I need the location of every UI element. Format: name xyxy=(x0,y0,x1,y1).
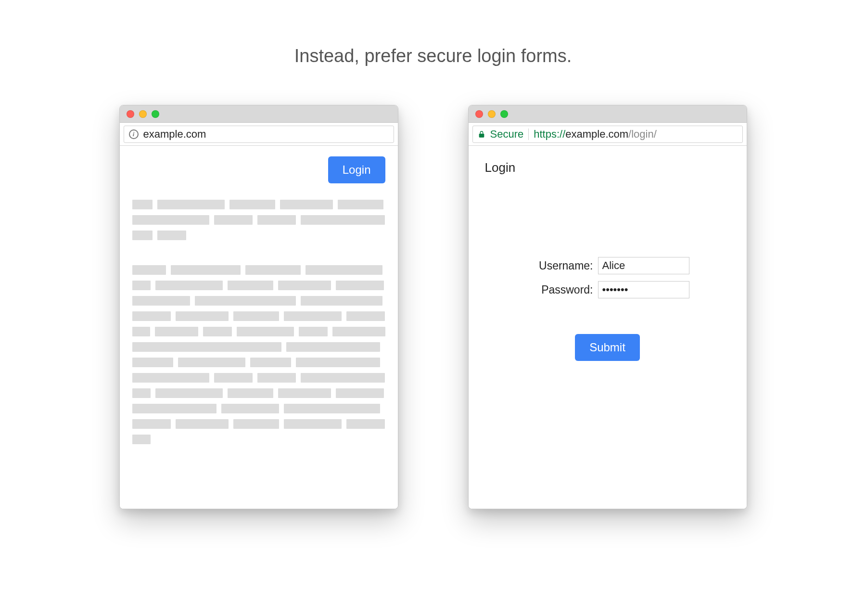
login-heading: Login xyxy=(485,160,734,175)
login-nav: Login xyxy=(132,156,385,183)
username-row: Username: xyxy=(526,257,689,274)
login-button[interactable]: Login xyxy=(328,156,385,183)
url-scheme: https:// xyxy=(534,128,565,141)
info-icon[interactable]: i xyxy=(129,129,139,139)
placeholder-content xyxy=(132,200,385,444)
url-path: /login/ xyxy=(628,128,657,141)
url-text: example.com xyxy=(143,128,206,141)
close-icon[interactable] xyxy=(475,110,483,118)
lock-icon xyxy=(478,130,485,139)
content-area: Login xyxy=(120,146,398,509)
titlebar xyxy=(120,105,398,123)
submit-button[interactable]: Submit xyxy=(575,334,640,361)
page-title: Instead, prefer secure login forms. xyxy=(294,46,572,66)
minimize-icon[interactable] xyxy=(139,110,147,118)
addressbar-row: i example.com xyxy=(120,123,398,146)
minimize-icon[interactable] xyxy=(488,110,496,118)
login-form: Username: Password: Submit xyxy=(481,257,734,361)
addressbar-row: Secure https://example.com/login/ xyxy=(469,123,747,146)
maximize-icon[interactable] xyxy=(500,110,508,118)
username-label: Username: xyxy=(526,259,593,272)
windows-row: i example.com Login xyxy=(119,105,747,509)
divider xyxy=(528,128,529,140)
password-label: Password: xyxy=(526,283,593,296)
username-input[interactable] xyxy=(598,257,689,274)
browser-window-insecure: i example.com Login xyxy=(119,105,398,509)
browser-window-secure: Secure https://example.com/login/ Login … xyxy=(468,105,747,509)
maximize-icon[interactable] xyxy=(152,110,159,118)
secure-label: Secure xyxy=(490,128,524,141)
titlebar xyxy=(469,105,747,123)
address-field[interactable]: Secure https://example.com/login/ xyxy=(472,126,743,143)
close-icon[interactable] xyxy=(127,110,134,118)
content-area: Login Username: Password: Submit xyxy=(469,146,747,509)
url-text: https://example.com/login/ xyxy=(534,128,657,141)
url-host: example.com xyxy=(565,128,628,141)
password-row: Password: xyxy=(526,281,689,298)
address-field[interactable]: i example.com xyxy=(124,126,394,143)
password-input[interactable] xyxy=(598,281,689,298)
